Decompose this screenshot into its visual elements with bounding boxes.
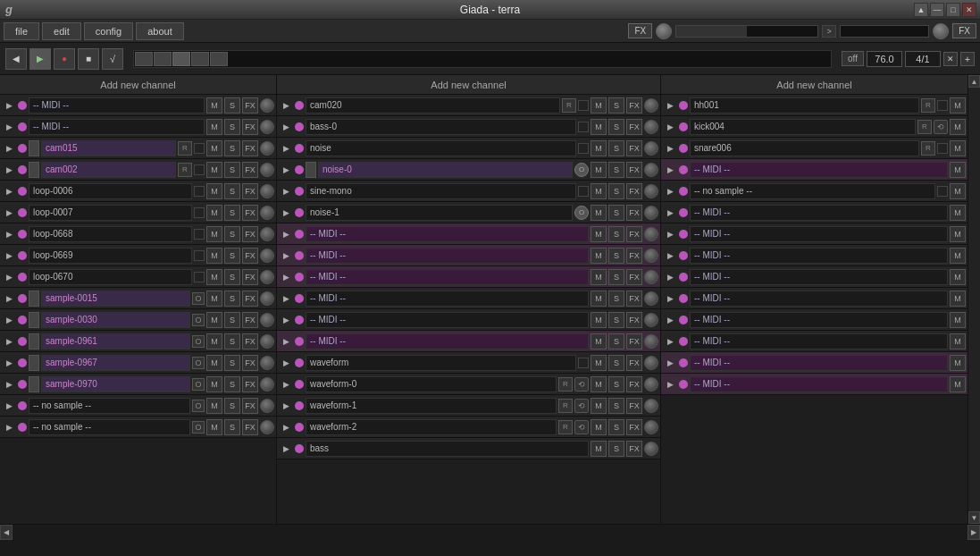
maximize-btn[interactable]: □ (946, 3, 960, 17)
rec-indicator[interactable] (18, 230, 27, 239)
channel-name[interactable]: noise-1 (306, 205, 573, 221)
volume-knob[interactable] (260, 291, 274, 306)
volume-knob[interactable] (644, 270, 658, 284)
play-icon[interactable]: ▶ (2, 377, 16, 392)
fx-right-button[interactable]: FX (952, 23, 976, 38)
col3-header[interactable]: Add new channel (661, 75, 967, 95)
rec-indicator[interactable] (679, 208, 688, 217)
mute-button[interactable]: M (591, 119, 607, 135)
rec-indicator[interactable] (18, 101, 27, 110)
mute-button[interactable]: M (591, 248, 607, 264)
mute-button[interactable]: M (206, 269, 222, 285)
mute-button[interactable]: M (950, 355, 966, 371)
rec-indicator[interactable] (679, 380, 688, 389)
r-button[interactable]: R (921, 141, 935, 156)
channel-name[interactable]: -- MIDI -- (690, 248, 948, 264)
solo-button[interactable]: S (608, 333, 624, 350)
solo-button[interactable]: S (224, 355, 240, 371)
rec-indicator[interactable] (18, 273, 27, 282)
volume-knob[interactable] (644, 356, 658, 370)
mute-button[interactable]: M (206, 183, 222, 199)
scroll-track[interactable] (968, 88, 980, 511)
rec-indicator[interactable] (295, 122, 304, 131)
volume-knob[interactable] (260, 206, 274, 220)
play-icon[interactable]: ▶ (2, 270, 16, 284)
channel-name[interactable]: noise-0 (318, 162, 573, 178)
fx-button[interactable]: FX (626, 205, 642, 221)
play-icon[interactable]: ▶ (663, 313, 677, 327)
fx-button[interactable]: FX (242, 312, 258, 328)
mute-button[interactable]: M (950, 97, 966, 114)
play-icon[interactable]: ▶ (279, 270, 293, 284)
fx-button[interactable]: FX (626, 419, 642, 435)
channel-name[interactable]: loop-0006 (29, 183, 192, 199)
volume-knob[interactable] (644, 377, 658, 392)
volume-knob[interactable] (644, 313, 658, 327)
solo-button[interactable]: S (608, 248, 624, 264)
solo-button[interactable]: S (608, 205, 624, 221)
fx-button[interactable]: FX (626, 291, 642, 307)
solo-button[interactable]: S (608, 226, 624, 242)
mute-button[interactable]: M (950, 312, 966, 328)
play-icon[interactable]: ▶ (2, 291, 16, 306)
play-icon[interactable]: ▶ (279, 120, 293, 134)
solo-button[interactable]: S (224, 312, 240, 328)
channel-name[interactable]: -- MIDI -- (690, 162, 948, 178)
mute-button[interactable]: M (206, 291, 222, 307)
rec-indicator[interactable] (18, 337, 27, 346)
rec-indicator[interactable] (18, 316, 27, 324)
rec-indicator[interactable] (18, 122, 27, 131)
play-icon[interactable]: ▶ (2, 420, 16, 434)
fx-button[interactable]: FX (242, 119, 258, 135)
channel-name[interactable]: -- no sample -- (29, 419, 190, 435)
solo-button[interactable]: S (224, 248, 240, 264)
volume-knob[interactable] (644, 420, 658, 434)
mute-button[interactable]: M (950, 183, 966, 199)
bpm-off-indicator[interactable]: off (842, 51, 864, 66)
volume-knob[interactable] (260, 98, 274, 113)
play-icon[interactable]: ▶ (2, 184, 16, 198)
fx-knob[interactable] (656, 23, 672, 39)
close-btn[interactable]: ✕ (962, 3, 976, 17)
fx-button[interactable]: FX (242, 398, 258, 414)
volume-knob[interactable] (260, 184, 274, 198)
channel-name[interactable]: cam015 (41, 140, 176, 156)
fx-button[interactable]: FX (242, 355, 258, 371)
solo-button[interactable]: S (608, 97, 624, 114)
menu-config[interactable]: config (84, 22, 133, 40)
mute-button[interactable]: M (591, 162, 607, 178)
col2-header[interactable]: Add new channel (277, 75, 660, 95)
solo-button[interactable]: S (224, 119, 240, 135)
solo-button[interactable]: S (608, 355, 624, 371)
fx-button[interactable]: FX (242, 376, 258, 392)
play-icon[interactable]: ▶ (279, 291, 293, 306)
solo-button[interactable]: S (608, 398, 624, 414)
scroll-up-button[interactable]: ▲ (968, 75, 980, 88)
volume-knob[interactable] (644, 206, 658, 220)
rec-indicator[interactable] (679, 273, 688, 282)
rec-indicator[interactable] (295, 423, 304, 432)
channel-name[interactable]: -- MIDI -- (690, 376, 948, 392)
rec-indicator[interactable] (18, 380, 27, 389)
solo-button[interactable]: S (224, 97, 240, 114)
rec-indicator[interactable] (295, 444, 304, 453)
mute-button[interactable]: M (950, 376, 966, 392)
channel-name[interactable]: -- MIDI -- (690, 312, 948, 328)
scroll-right-button[interactable]: ▶ (967, 525, 980, 540)
play-icon[interactable]: ▶ (279, 141, 293, 156)
play-icon[interactable]: ▶ (279, 420, 293, 434)
beat-scroll[interactable] (133, 50, 832, 68)
mute-button[interactable]: M (950, 226, 966, 242)
mute-button[interactable]: M (591, 140, 607, 156)
rec-indicator[interactable] (679, 165, 688, 174)
rec-indicator[interactable] (295, 165, 304, 174)
play-icon[interactable]: ▶ (279, 227, 293, 241)
fx-button[interactable]: FX (242, 269, 258, 285)
rec-indicator[interactable] (679, 316, 688, 324)
mute-button[interactable]: M (591, 205, 607, 221)
mute-button[interactable]: M (206, 162, 222, 178)
play-icon[interactable]: ▶ (663, 98, 677, 113)
volume-knob[interactable] (260, 313, 274, 327)
rec-indicator[interactable] (18, 165, 27, 174)
solo-button[interactable]: S (224, 376, 240, 392)
